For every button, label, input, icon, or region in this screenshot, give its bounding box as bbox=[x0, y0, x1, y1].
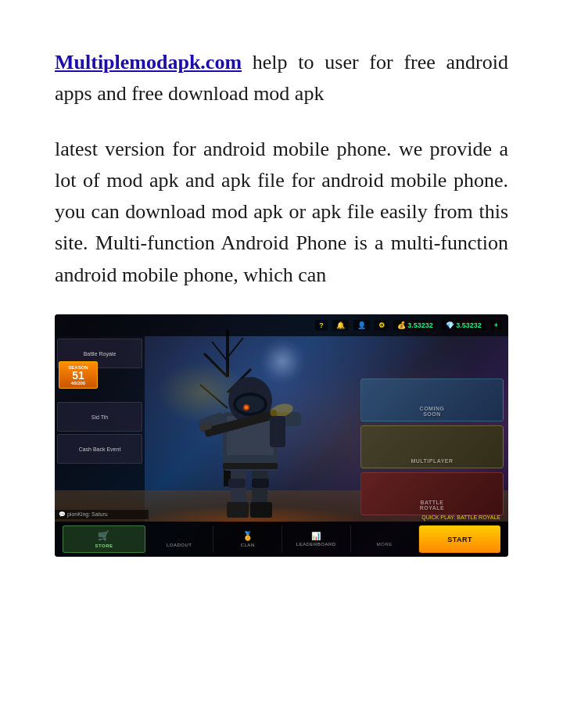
season-progress: 40/200 bbox=[71, 381, 85, 386]
store-icon: 🛒 bbox=[98, 530, 109, 542]
left-item-text-1: Sid Tih bbox=[91, 414, 108, 420]
hud-settings: ⚙ bbox=[375, 320, 389, 331]
text-block-2: latest version for android mobile phone.… bbox=[55, 134, 508, 291]
game-screenshot: ? 🔔 👤 ⚙ 💰 3.53232 💎 3.53232 + Battle Roy… bbox=[55, 314, 508, 557]
leaderboard-icon: 📊 bbox=[311, 532, 321, 540]
loadout-label: LOADOUT bbox=[167, 543, 192, 547]
mode-card-battle-royale[interactable]: BATTLEROYALE bbox=[360, 472, 504, 515]
svg-rect-11 bbox=[250, 502, 272, 518]
site-link[interactable]: Multiplemodapk.com bbox=[55, 51, 242, 74]
mode-card-coming-soon[interactable]: COMINGSOON bbox=[360, 378, 504, 421]
svg-rect-10 bbox=[227, 502, 249, 518]
left-item-text-2: Cash Back Event bbox=[79, 446, 121, 452]
more-label: MORE bbox=[377, 542, 393, 547]
start-button[interactable]: START bbox=[419, 525, 500, 553]
clan-label: CLAN bbox=[241, 543, 255, 547]
store-button[interactable]: 🛒 STORE bbox=[63, 525, 145, 553]
bottom-bar: 🛒 STORE ⚔ LOADOUT 🏅 CLAN 📊 LEADERBOARD ⋯ bbox=[55, 522, 508, 557]
paragraph2-text: latest version for android mobile phone.… bbox=[55, 138, 508, 286]
mode-card-multiplayer[interactable]: MULTIPLAYER bbox=[360, 425, 504, 468]
svg-point-27 bbox=[245, 406, 248, 409]
page-container: Multiplemodapk.com help to user for free… bbox=[0, 0, 563, 728]
loadout-icon: ⚔ bbox=[175, 531, 183, 541]
clan-button[interactable]: 🏅 CLAN bbox=[213, 525, 282, 553]
svg-rect-22 bbox=[270, 416, 285, 447]
game-image-container: ? 🔔 👤 ⚙ 💰 3.53232 💎 3.53232 + Battle Roy… bbox=[55, 314, 508, 557]
chat-line: 💬 pionKing: Saturu bbox=[55, 510, 149, 519]
hud-profile: 👤 bbox=[353, 320, 370, 331]
left-panel-cash: Cash Back Event bbox=[57, 434, 142, 464]
left-panel-sid: Sid Tih bbox=[57, 402, 142, 432]
svg-rect-24 bbox=[228, 479, 246, 488]
season-number: 51 bbox=[72, 370, 84, 381]
hud-currency2: 💎 3.53232 bbox=[442, 320, 486, 331]
svg-point-16 bbox=[236, 396, 264, 413]
loadout-button[interactable]: ⚔ LOADOUT bbox=[145, 525, 214, 553]
text-block-1: Multiplemodapk.com help to user for free… bbox=[55, 47, 508, 110]
hud-question: ? bbox=[315, 320, 328, 331]
character-area bbox=[149, 336, 352, 522]
quick-play-label: QUICK PLAY: BATTLE ROYALE bbox=[421, 515, 500, 520]
store-label: STORE bbox=[95, 543, 113, 548]
hud-top-bar: ? 🔔 👤 ⚙ 💰 3.53232 💎 3.53232 + bbox=[55, 314, 508, 336]
hud-notification: 🔔 bbox=[332, 320, 349, 331]
right-panel: COMINGSOON MULTIPLAYER BATTLEROYALE bbox=[356, 336, 508, 522]
chat-icon: 💬 bbox=[59, 511, 67, 517]
soldier-character bbox=[188, 342, 313, 522]
more-icon: ⋯ bbox=[381, 532, 389, 540]
more-button[interactable]: ⋯ MORE bbox=[351, 525, 420, 553]
chat-text: pionKing: Saturu bbox=[67, 511, 108, 517]
hud-add: + bbox=[490, 320, 502, 331]
leaderboard-label: LEADERBOARD bbox=[296, 542, 336, 547]
hud-currency1: 💰 3.53232 bbox=[393, 320, 437, 331]
svg-rect-23 bbox=[223, 463, 278, 469]
leaderboard-button[interactable]: 📊 LEADERBOARD bbox=[282, 525, 351, 553]
clan-icon: 🏅 bbox=[242, 531, 253, 541]
start-label: START bbox=[447, 536, 472, 543]
left-item-text-0: Battle Royale bbox=[84, 351, 117, 357]
svg-rect-25 bbox=[252, 479, 269, 488]
season-badge: SEASON 51 40/200 bbox=[59, 361, 98, 389]
